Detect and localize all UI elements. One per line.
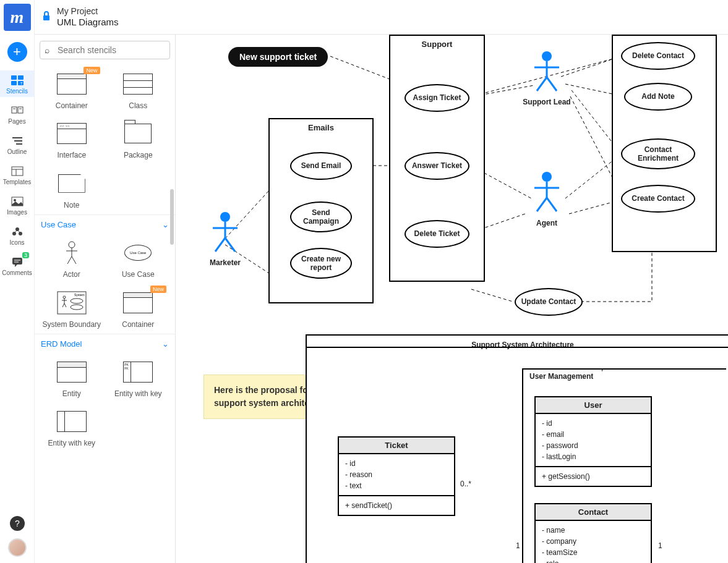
- multiplicity-one-left: 1: [516, 541, 520, 550]
- nav-outline[interactable]: Outline: [0, 131, 34, 158]
- usecase-create-contact[interactable]: Create Contact: [621, 185, 695, 213]
- svg-point-37: [71, 305, 83, 310]
- svg-text:T: T: [20, 82, 23, 85]
- svg-rect-6: [18, 107, 23, 113]
- actor-marketer-icon[interactable]: [207, 211, 244, 254]
- stencil-entity[interactable]: Entity: [38, 353, 105, 403]
- svg-line-28: [72, 256, 76, 264]
- svg-point-16: [14, 199, 16, 201]
- usecase-delete-contact[interactable]: Delete Contact: [621, 42, 695, 70]
- svg-rect-20: [12, 258, 22, 265]
- left-rail: m + T Stencils Pages Outline Templates I…: [0, 0, 35, 563]
- svg-point-31: [63, 296, 66, 298]
- usecase-send-email[interactable]: Send Email: [290, 152, 352, 180]
- usecase-answer-ticket[interactable]: Answer Ticket: [405, 152, 469, 180]
- actor-support-lead-icon[interactable]: [528, 50, 565, 93]
- svg-point-60: [542, 51, 552, 61]
- scrollbar[interactable]: [170, 189, 174, 245]
- lock-icon: [42, 11, 51, 23]
- stencil-package[interactable]: Package: [105, 115, 172, 164]
- nav-stencils[interactable]: T Stencils: [0, 70, 34, 97]
- search-input[interactable]: [40, 41, 170, 59]
- svg-rect-0: [11, 75, 17, 80]
- class-contact[interactable]: Contact - name - company - teamSize - ro…: [534, 503, 652, 563]
- templates-icon: [10, 165, 25, 177]
- svg-line-58: [215, 238, 225, 252]
- stencil-system-boundary[interactable]: SystemSystem Boundary: [38, 284, 105, 334]
- stencil-entity-key[interactable]: PKFKEntity with key: [105, 353, 172, 403]
- svg-point-19: [19, 232, 22, 235]
- chevron-down-icon: ⌄: [162, 339, 169, 349]
- class-ticket-ops: + sendTicket(): [339, 496, 454, 515]
- usecase-add-note[interactable]: Add Note: [624, 83, 692, 111]
- stencil-container[interactable]: NewContainer: [38, 66, 105, 115]
- user-avatar[interactable]: [8, 538, 27, 557]
- svg-line-68: [537, 198, 547, 211]
- usecase-assign-ticket[interactable]: Assign Ticket: [405, 84, 469, 112]
- svg-rect-23: [43, 15, 49, 20]
- multiplicity-ticket: 0..*: [460, 480, 471, 488]
- project-name[interactable]: My Project: [57, 6, 118, 17]
- svg-point-18: [12, 232, 16, 235]
- document-name[interactable]: UML Diagrams: [57, 17, 118, 28]
- nav-templates[interactable]: Templates: [0, 161, 34, 188]
- svg-rect-5: [12, 107, 17, 113]
- stencils-panel: ⌕ NewContainer Class Interface Package N…: [35, 35, 176, 563]
- nav-pages[interactable]: Pages: [0, 101, 34, 127]
- header: My Project UML Diagrams: [35, 0, 728, 35]
- rail-nav: T Stencils Pages Outline Templates Image…: [0, 70, 34, 279]
- class-user[interactable]: User - id - email - password - lastLogin…: [534, 396, 652, 487]
- stencil-note[interactable]: Note: [38, 165, 105, 214]
- svg-point-65: [542, 172, 552, 182]
- svg-line-27: [67, 256, 72, 264]
- svg-rect-1: [18, 75, 24, 80]
- outline-icon: [10, 135, 25, 147]
- svg-line-64: [547, 77, 557, 91]
- stencil-usecase[interactable]: Use CaseUse Case: [105, 234, 172, 284]
- pill-new-ticket[interactable]: New support ticket: [228, 47, 328, 67]
- rail-bottom: ?: [0, 516, 35, 557]
- class-ticket-attrs: - id - reason - text: [339, 454, 454, 496]
- chevron-down-icon: ⌄: [162, 220, 169, 229]
- canvas[interactable]: New support ticket Emails Send Email Sen…: [176, 35, 728, 563]
- images-icon: [10, 195, 25, 208]
- svg-rect-12: [12, 167, 23, 176]
- comments-badge: 3: [22, 252, 29, 258]
- nav-images[interactable]: Images: [0, 192, 34, 218]
- stencil-actor[interactable]: Actor: [38, 234, 105, 284]
- svg-rect-2: [11, 81, 17, 85]
- actor-support-lead-label: Support Lead: [521, 98, 573, 106]
- svg-text:System: System: [74, 293, 85, 297]
- svg-line-35: [64, 303, 66, 307]
- stencil-class[interactable]: Class: [105, 66, 172, 115]
- search-icon: ⌕: [45, 45, 49, 55]
- usecase-update-contact[interactable]: Update Contact: [515, 288, 583, 316]
- svg-line-52: [471, 289, 513, 302]
- svg-line-69: [547, 198, 557, 211]
- actor-agent-label: Agent: [534, 219, 559, 227]
- stencil-entity-key-2[interactable]: Entity with key: [38, 403, 105, 452]
- svg-line-59: [225, 238, 235, 252]
- multiplicity-one-right: 1: [658, 541, 662, 550]
- app-logo[interactable]: m: [4, 4, 31, 31]
- actor-agent-icon[interactable]: [528, 171, 565, 214]
- section-usecase[interactable]: Use Case⌄: [35, 214, 175, 234]
- stencils-icon: T: [10, 74, 25, 87]
- stencil-interface[interactable]: Interface: [38, 115, 105, 164]
- svg-point-24: [69, 242, 75, 248]
- svg-line-63: [537, 77, 547, 91]
- class-ticket[interactable]: Ticket - id - reason - text + sendTicket…: [338, 436, 455, 516]
- stencil-container-uc[interactable]: NewContainer: [105, 284, 172, 334]
- svg-line-34: [62, 303, 64, 307]
- nav-comments[interactable]: 3 Comments: [0, 252, 34, 279]
- nav-icons[interactable]: Icons: [0, 222, 34, 248]
- help-button[interactable]: ?: [10, 516, 25, 531]
- add-button[interactable]: +: [7, 42, 27, 62]
- usecase-contact-enrichment[interactable]: Contact Enrichment: [621, 138, 695, 169]
- usecase-create-report[interactable]: Create new report: [290, 248, 352, 279]
- section-erd[interactable]: ERD Model⌄: [35, 334, 175, 353]
- actor-marketer-label: Marketer: [205, 258, 245, 267]
- usecase-delete-ticket[interactable]: Delete Ticket: [405, 220, 469, 248]
- usecase-send-campaign[interactable]: Send Campaign: [290, 201, 352, 232]
- svg-point-55: [220, 212, 230, 222]
